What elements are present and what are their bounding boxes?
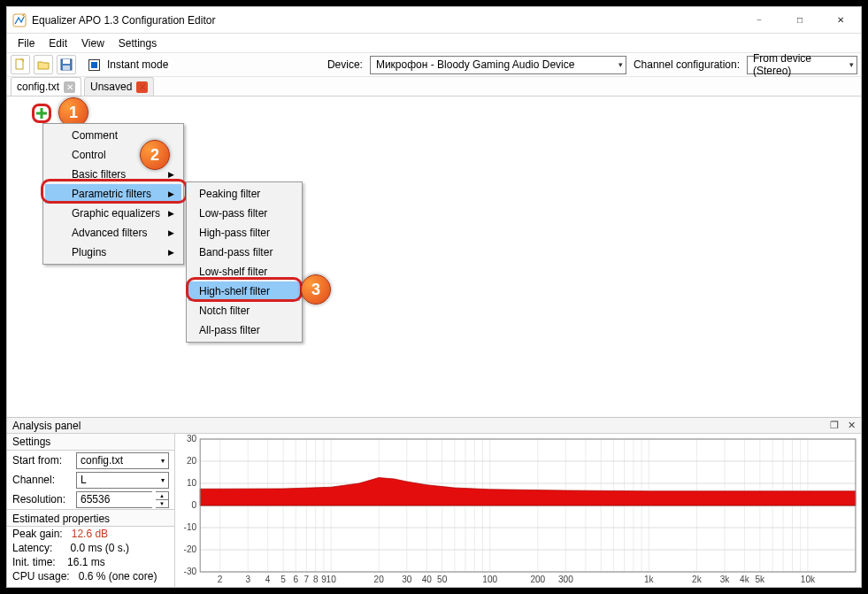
analysis-settings: Settings Start from: config.txt▾ Channel… [7, 434, 175, 588]
svg-text:3: 3 [245, 575, 250, 584]
analysis-panel: Analysis panel ❐ ✕ Settings Start from: … [7, 417, 861, 587]
menu-item-plugins[interactable]: Plugins▶ [45, 243, 181, 262]
svg-text:5: 5 [280, 575, 286, 584]
instant-mode-checkbox[interactable] [88, 59, 100, 71]
undock-icon[interactable]: ❐ [830, 420, 839, 431]
submenu-arrow-icon: ▶ [168, 170, 174, 179]
svg-text:4k: 4k [740, 575, 750, 584]
svg-rect-3 [63, 59, 70, 64]
svg-text:20: 20 [187, 456, 197, 466]
startfrom-label: Start from: [12, 454, 73, 467]
tab-config[interactable]: config.txt✕ [11, 77, 81, 96]
save-file-button[interactable] [57, 55, 76, 74]
panel-close-icon[interactable]: ✕ [848, 420, 856, 431]
svg-text:40: 40 [422, 575, 433, 584]
svg-text:20: 20 [374, 575, 385, 584]
estimated-heading: Estimated properties [7, 509, 174, 527]
svg-text:30: 30 [187, 434, 197, 444]
menu-settings[interactable]: Settings [111, 35, 164, 51]
init-value: 16.1 ms [67, 556, 105, 568]
menu-item-advanced-filters[interactable]: Advanced filters▶ [45, 223, 181, 243]
new-file-button[interactable] [11, 55, 30, 74]
svg-rect-6 [36, 112, 47, 115]
submenu-arrow-icon: ▶ [168, 189, 174, 198]
settings-heading: Settings [7, 434, 174, 451]
menu-item-graphic-equalizers[interactable]: Graphic equalizers▶ [45, 204, 181, 223]
menubar: File Edit View Settings [7, 34, 861, 52]
device-value: Микрофон - Bloody Gaming Audio Device [376, 58, 575, 71]
titlebar: Equalizer APO 1.3 Configuration Editor −… [7, 7, 861, 34]
svg-text:10: 10 [187, 478, 197, 488]
startfrom-combo[interactable]: config.txt▾ [76, 452, 169, 469]
menu-item-lowshelf[interactable]: Low-shelf filter [188, 262, 300, 282]
submenu-arrow-icon: ▶ [168, 248, 174, 257]
svg-text:5k: 5k [756, 575, 766, 584]
menu-item-peaking[interactable]: Peaking filter [188, 184, 300, 204]
svg-text:2k: 2k [692, 575, 703, 584]
menu-item-parametric-filters[interactable]: Parametric filters▶ [45, 184, 181, 204]
svg-text:50: 50 [437, 575, 448, 584]
add-filter-button[interactable] [32, 104, 51, 123]
svg-text:-20: -20 [184, 544, 197, 554]
svg-text:-10: -10 [184, 522, 197, 532]
device-combo[interactable]: Микрофон - Bloody Gaming Audio Device▾ [370, 56, 626, 74]
svg-rect-4 [63, 66, 70, 70]
maximize-button[interactable]: □ [780, 7, 820, 33]
menu-item-lowpass[interactable]: Low-pass filter [188, 204, 300, 223]
menu-edit[interactable]: Edit [42, 35, 74, 51]
init-label: Init. time: [12, 556, 56, 568]
svg-text:200: 200 [530, 575, 545, 584]
svg-text:6: 6 [294, 575, 299, 584]
tab-close-icon[interactable]: ✕ [136, 81, 148, 93]
close-button[interactable]: ✕ [820, 7, 861, 33]
chcfg-value: From device (Stereo) [753, 52, 844, 77]
channel-combo[interactable]: L▾ [76, 472, 169, 489]
tab-unsaved[interactable]: Unsaved✕ [84, 77, 154, 96]
open-file-button[interactable] [34, 55, 53, 74]
callout-3: 3 [301, 274, 331, 305]
app-icon [12, 13, 27, 27]
chevron-down-icon: ▾ [613, 60, 623, 69]
menu-item-bandpass[interactable]: Band-pass filter [188, 243, 300, 262]
analysis-chart: -30-20-100102030234567891020304050100200… [175, 434, 861, 588]
svg-text:0: 0 [192, 500, 197, 510]
chevron-down-icon: ▾ [844, 60, 854, 69]
channel-label: Channel: [12, 474, 73, 486]
toolbar: Instant mode Device: Микрофон - Bloody G… [7, 52, 861, 77]
device-label: Device: [324, 58, 366, 71]
latency-label: Latency: [12, 542, 52, 554]
svg-text:30: 30 [402, 575, 412, 584]
resolution-spin[interactable]: ▲▼ [156, 491, 169, 508]
submenu-arrow-icon: ▶ [168, 209, 174, 218]
window-title: Equalizer APO 1.3 Configuration Editor [32, 14, 215, 27]
menu-view[interactable]: View [74, 35, 111, 51]
latency-value: 0.0 ms (0 s.) [70, 542, 129, 554]
analysis-header: Analysis panel ❐ ✕ [7, 418, 861, 434]
menu-item-notch[interactable]: Notch filter [188, 301, 300, 320]
svg-text:4: 4 [265, 575, 271, 584]
svg-text:300: 300 [558, 575, 573, 584]
cpu-label: CPU usage: [12, 570, 70, 582]
analysis-title: Analysis panel [12, 420, 81, 432]
chcfg-label: Channel configuration: [630, 58, 743, 71]
work-area: 1 Comment Control Basic filters▶ Paramet… [7, 96, 861, 418]
minimize-button[interactable]: − [739, 7, 780, 33]
svg-text:7: 7 [304, 575, 310, 584]
menu-file[interactable]: File [11, 35, 42, 51]
svg-text:1k: 1k [644, 575, 655, 584]
menu-item-highpass[interactable]: High-pass filter [188, 223, 300, 243]
tab-label: Unsaved [90, 81, 132, 93]
resolution-input[interactable]: 65536 [76, 491, 152, 508]
tab-close-icon[interactable]: ✕ [64, 81, 75, 93]
resolution-label: Resolution: [12, 493, 73, 505]
peak-gain-label: Peak gain: [12, 528, 63, 540]
cpu-value: 0.6 % (one core) [79, 570, 157, 582]
svg-text:3k: 3k [720, 575, 731, 584]
submenu-arrow-icon: ▶ [168, 228, 174, 237]
instant-mode-label: Instant mode [104, 58, 172, 71]
svg-text:10: 10 [326, 575, 337, 584]
chcfg-combo[interactable]: From device (Stereo)▾ [747, 56, 857, 74]
menu-item-highshelf[interactable]: High-shelf filter [188, 282, 300, 301]
menu-item-allpass[interactable]: All-pass filter [188, 320, 300, 340]
tabstrip: config.txt✕ Unsaved✕ [7, 77, 861, 96]
